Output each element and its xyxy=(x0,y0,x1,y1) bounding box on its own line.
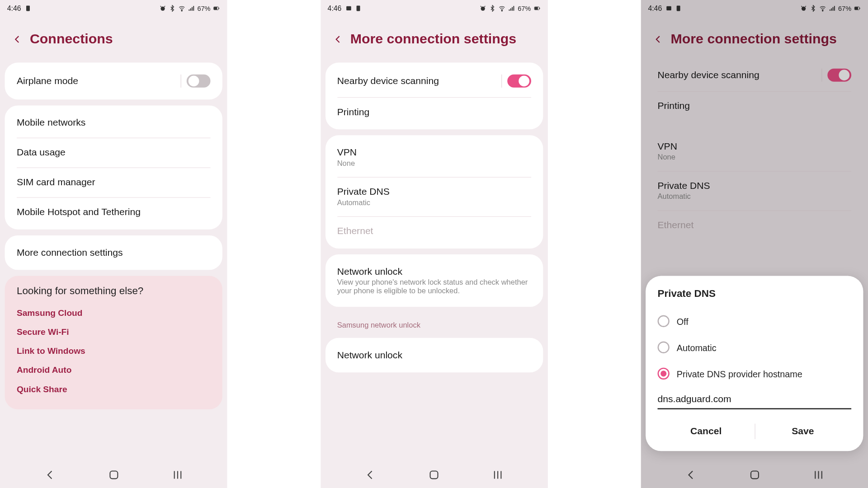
svg-point-10 xyxy=(502,10,503,11)
row-sublabel: None xyxy=(658,153,677,161)
row-vpn[interactable]: VPNNone xyxy=(325,138,542,177)
nav-recents[interactable] xyxy=(491,468,505,481)
row-more-connection-settings[interactable]: More connection settings xyxy=(5,238,222,267)
nav-home[interactable] xyxy=(427,468,440,481)
save-button[interactable]: Save xyxy=(755,418,851,445)
nav-back[interactable] xyxy=(43,468,57,481)
battery-percent: 67% xyxy=(838,5,851,12)
cancel-button[interactable]: Cancel xyxy=(658,418,755,445)
link-link-to-windows[interactable]: Link to Windows xyxy=(17,342,211,361)
signal-icon xyxy=(508,5,515,12)
row-network-unlock[interactable]: Network unlockView your phone's network … xyxy=(325,257,542,304)
alarm-icon xyxy=(800,5,807,12)
svg-rect-22 xyxy=(750,471,758,479)
svg-rect-5 xyxy=(219,8,219,9)
row-label: Mobile Hotspot and Tethering xyxy=(17,207,141,218)
row-data-usage[interactable]: Data usage xyxy=(5,138,222,168)
card-more: More connection settings xyxy=(5,235,222,270)
row-label: VPN xyxy=(337,147,357,158)
phone-more-settings: 4:46 67% More connection settings xyxy=(321,0,547,488)
radio-icon xyxy=(658,368,670,380)
radio-option-automatic[interactable]: Automatic xyxy=(658,334,852,361)
row-sublabel: View your phone's network lock status an… xyxy=(337,278,531,295)
radio-option-hostname[interactable]: Private DNS provider hostname xyxy=(658,361,852,387)
svg-point-9 xyxy=(481,7,485,11)
nav-bar xyxy=(0,462,227,488)
svg-rect-7 xyxy=(346,6,351,10)
battery-icon xyxy=(533,5,541,12)
row-sim-card-manager[interactable]: SIM card manager xyxy=(5,168,222,197)
svg-rect-14 xyxy=(430,471,438,479)
row-ethernet: Ethernet xyxy=(325,216,542,246)
radio-option-off[interactable]: Off xyxy=(658,308,852,334)
header: More connection settings xyxy=(641,17,868,56)
radio-label: Private DNS provider hostname xyxy=(677,369,802,379)
row-label: Nearby device scanning xyxy=(337,75,439,86)
back-button[interactable] xyxy=(12,34,23,45)
svg-rect-6 xyxy=(110,471,118,479)
row-printing: Printing xyxy=(646,91,863,121)
nearby-toggle[interactable] xyxy=(507,75,531,88)
page-title: Connections xyxy=(30,31,113,47)
nav-bar xyxy=(641,462,868,488)
row-label: More connection settings xyxy=(17,247,123,258)
nav-recents[interactable] xyxy=(171,468,184,481)
looking-for-header: Looking for something else? xyxy=(17,286,211,297)
content: Nearby device scanning Printing VPNNone … xyxy=(321,56,547,462)
back-button[interactable] xyxy=(653,34,664,45)
row-hotspot-tethering[interactable]: Mobile Hotspot and Tethering xyxy=(5,197,222,227)
battery-icon xyxy=(213,5,220,12)
link-secure-wifi[interactable]: Secure Wi-Fi xyxy=(17,322,211,341)
dns-hostname-input[interactable] xyxy=(658,390,852,409)
phone-connections: 4:46 67% Connections xyxy=(0,0,227,488)
svg-point-2 xyxy=(181,10,182,11)
row-mobile-networks[interactable]: Mobile networks xyxy=(5,108,222,138)
link-android-auto[interactable]: Android Auto xyxy=(17,361,211,380)
battery-percent: 67% xyxy=(197,5,210,12)
nav-back[interactable] xyxy=(363,468,377,481)
svg-rect-21 xyxy=(859,8,860,9)
nav-home[interactable] xyxy=(107,468,120,481)
sim-icon xyxy=(25,5,32,12)
status-time: 4:46 xyxy=(7,4,21,12)
phone-private-dns-dialog: 4:46 67% More connection settings xyxy=(641,0,868,488)
row-printing[interactable]: Printing xyxy=(325,97,542,127)
sim-icon xyxy=(675,5,682,12)
content: Airplane mode Mobile networks Data usage… xyxy=(0,56,227,462)
sim-icon xyxy=(354,5,362,12)
row-label: Data usage xyxy=(17,147,66,158)
section-samsung-unlock: Samsung network unlock xyxy=(323,313,545,332)
radio-icon xyxy=(658,342,670,353)
bluetooth-icon xyxy=(489,5,496,12)
battery-icon xyxy=(854,5,861,12)
svg-point-17 xyxy=(802,7,806,11)
row-label: Network unlock xyxy=(337,350,402,361)
nav-home[interactable] xyxy=(748,468,761,481)
row-private-dns[interactable]: Private DNSAutomatic xyxy=(325,177,542,216)
link-quick-share[interactable]: Quick Share xyxy=(17,380,211,399)
bluetooth-icon xyxy=(169,5,176,12)
airplane-toggle[interactable] xyxy=(187,75,211,88)
radio-label: Automatic xyxy=(677,343,717,352)
bluetooth-icon xyxy=(810,5,817,12)
nav-recents[interactable] xyxy=(811,468,825,481)
dialog-title: Private DNS xyxy=(658,288,852,300)
link-samsung-cloud[interactable]: Samsung Cloud xyxy=(17,303,211,322)
row-label: Network unlock xyxy=(337,266,531,277)
nav-back[interactable] xyxy=(684,468,697,481)
alarm-icon xyxy=(159,5,166,12)
row-samsung-network-unlock[interactable]: Network unlock xyxy=(325,340,542,370)
wifi-icon xyxy=(499,5,506,12)
wifi-icon xyxy=(819,5,826,12)
back-button[interactable] xyxy=(332,34,343,45)
signal-icon xyxy=(829,5,836,12)
battery-percent: 67% xyxy=(518,5,531,12)
row-label: Private DNS xyxy=(337,187,390,197)
signal-icon xyxy=(188,5,195,12)
row-airplane-mode[interactable]: Airplane mode xyxy=(5,65,222,97)
radio-icon xyxy=(658,315,670,327)
status-bar: 4:46 67% xyxy=(321,0,547,17)
row-label: Printing xyxy=(337,107,370,117)
row-private-dns: Private DNSAutomatic xyxy=(646,171,863,210)
row-nearby-scanning[interactable]: Nearby device scanning xyxy=(325,65,542,97)
